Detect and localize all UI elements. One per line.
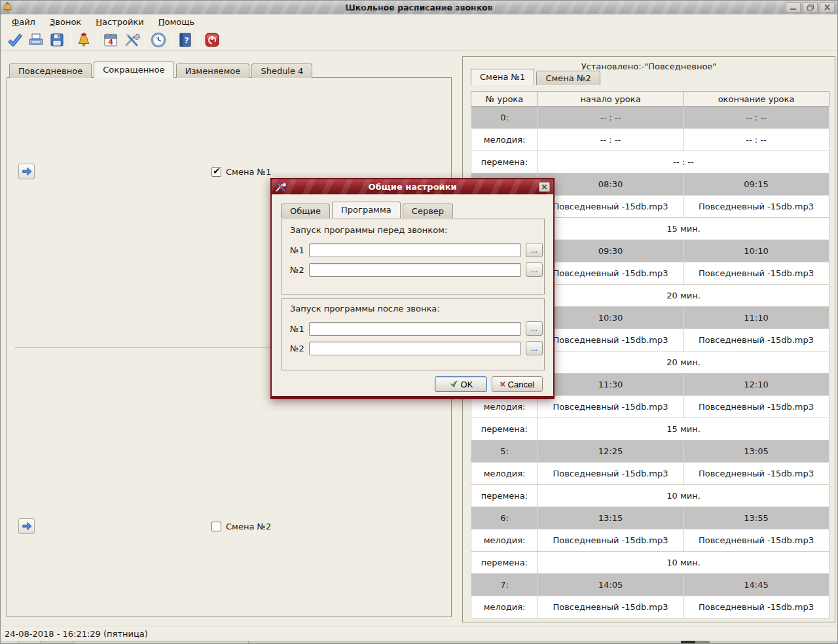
break-label-cell: перемена: bbox=[471, 151, 538, 173]
break-time-cell[interactable]: 15 мин. bbox=[538, 418, 829, 440]
break-time-cell[interactable]: 10 мин. bbox=[538, 552, 829, 574]
browse-before1-button[interactable]: ... bbox=[526, 243, 543, 257]
tab-everyday[interactable]: Повседневное bbox=[9, 63, 92, 78]
save-button[interactable] bbox=[46, 30, 67, 50]
tab-changeable[interactable]: Изменяемое bbox=[176, 63, 250, 78]
lesson-start-cell[interactable]: -- : -- bbox=[538, 107, 683, 129]
apply-check-icon bbox=[7, 31, 24, 48]
table-header-row: № урока начало урока окончание урока bbox=[471, 92, 829, 107]
melody-end-cell[interactable]: Повседневный -15db.mp3 bbox=[683, 396, 829, 418]
lesson-end-cell[interactable]: 12:10 bbox=[683, 374, 829, 396]
field2-label: №2 bbox=[290, 265, 304, 275]
dialog-tab-server[interactable]: Сервер bbox=[403, 204, 453, 218]
calendar-button[interactable]: 4 bbox=[100, 30, 121, 50]
lesson-start-cell[interactable]: 11:30 bbox=[538, 374, 683, 396]
after-bell-program2-input[interactable] bbox=[309, 342, 521, 355]
lesson-start-cell[interactable]: 09:30 bbox=[538, 240, 683, 262]
dialog-tab-general[interactable]: Общие bbox=[281, 204, 330, 218]
melody-start-cell[interactable]: Повседневный -15db.mp3 bbox=[538, 196, 683, 218]
break-time-cell[interactable]: 10 мин. bbox=[538, 485, 829, 507]
shift1-checkbox[interactable] bbox=[211, 167, 221, 177]
browse-after2-button[interactable]: ... bbox=[526, 341, 543, 355]
lesson-end-cell[interactable]: 11:10 bbox=[683, 307, 829, 329]
lesson-end-cell[interactable]: 13:05 bbox=[683, 440, 829, 463]
menu-bell[interactable]: Звонок bbox=[44, 16, 87, 28]
lesson-start-cell[interactable]: 14:05 bbox=[538, 574, 683, 596]
break-time-cell[interactable]: 20 мин. bbox=[538, 351, 829, 374]
browse-before2-button[interactable]: ... bbox=[526, 262, 543, 277]
melody-row: мелодия: -- : -- -- : -- bbox=[471, 129, 829, 151]
minimize-button[interactable] bbox=[786, 2, 801, 12]
ok-check-icon bbox=[449, 380, 458, 389]
melody-row: мелодия: Повседневный -15db.mp3 Повседне… bbox=[471, 596, 829, 618]
apply-button[interactable] bbox=[5, 30, 26, 50]
break-label-cell: перемена: bbox=[471, 552, 538, 574]
lesson-end-cell[interactable]: 13:55 bbox=[683, 507, 829, 529]
apply-shift1-arrow-button[interactable] bbox=[18, 164, 35, 179]
apply-shift2-arrow-button[interactable] bbox=[18, 518, 35, 534]
break-time-cell[interactable]: 15 мин. bbox=[538, 218, 829, 240]
help-button[interactable]: ? bbox=[175, 30, 196, 50]
lesson-start-cell[interactable]: 08:30 bbox=[538, 173, 683, 196]
melody-start-cell[interactable]: Повседневный -15db.mp3 bbox=[538, 396, 683, 418]
power-button[interactable] bbox=[202, 30, 223, 50]
col-lesson-number: № урока bbox=[471, 92, 538, 107]
bell-button[interactable] bbox=[73, 30, 94, 50]
lesson-start-cell[interactable]: 10:30 bbox=[538, 307, 683, 329]
melody-start-cell[interactable]: Повседневный -15db.mp3 bbox=[538, 329, 683, 351]
maximize-button[interactable] bbox=[803, 2, 818, 12]
toolbar-separator bbox=[145, 32, 145, 48]
melody-end-cell[interactable]: Повседневный -15db.mp3 bbox=[683, 262, 829, 285]
tab-shift2[interactable]: Смена №2 bbox=[536, 71, 600, 85]
melody-start-cell[interactable]: Повседневный -15db.mp3 bbox=[538, 596, 683, 618]
before-bell-program2-input[interactable] bbox=[309, 263, 521, 277]
dialog-close-button[interactable] bbox=[539, 182, 550, 192]
print-button[interactable] bbox=[26, 30, 46, 50]
melody-end-cell[interactable]: Повседневный -15db.mp3 bbox=[683, 196, 829, 218]
after-bell-label: Запуск программы после звонка: bbox=[290, 304, 440, 313]
lesson-end-cell[interactable]: 09:15 bbox=[683, 173, 829, 196]
ok-button[interactable]: OK bbox=[435, 376, 487, 392]
tab-shedule4[interactable]: Shedule 4 bbox=[251, 63, 312, 78]
clock-button[interactable] bbox=[148, 30, 169, 50]
melody-start-cell[interactable]: Повседневный -15db.mp3 bbox=[538, 529, 683, 552]
browse-after1-button[interactable]: ... bbox=[526, 321, 543, 336]
window-titlebar: Школьное расписание звонков bbox=[0, 0, 838, 14]
break-time-cell[interactable]: 20 мин. bbox=[538, 285, 829, 307]
melody-start-cell[interactable]: Повседневный -15db.mp3 bbox=[538, 463, 683, 485]
toolbar-separator bbox=[70, 32, 71, 48]
col-lesson-end: окончание урока bbox=[683, 92, 829, 107]
melody-label-cell: мелодия: bbox=[471, 529, 538, 552]
close-button[interactable] bbox=[820, 2, 835, 12]
after-bell-program1-input[interactable] bbox=[309, 322, 521, 336]
right-arrow-icon bbox=[21, 521, 33, 531]
melody-end-cell[interactable]: Повседневный -15db.mp3 bbox=[683, 596, 829, 618]
melody-end-cell[interactable]: -- : -- bbox=[683, 129, 829, 151]
lesson-start-cell[interactable]: 13:15 bbox=[538, 507, 683, 529]
melody-end-cell[interactable]: Повседневный -15db.mp3 bbox=[683, 463, 829, 485]
menu-file[interactable]: Файл bbox=[6, 16, 41, 28]
lesson-end-cell[interactable]: 14:45 bbox=[683, 574, 829, 596]
melody-end-cell[interactable]: Повседневный -15db.mp3 bbox=[683, 529, 829, 552]
melody-end-cell[interactable]: Повседневный -15db.mp3 bbox=[683, 329, 829, 351]
melody-start-cell[interactable]: Повседневный -15db.mp3 bbox=[538, 262, 683, 285]
right-arrow-icon bbox=[21, 166, 33, 177]
tab-shift1[interactable]: Смена №1 bbox=[471, 69, 534, 85]
melody-start-cell[interactable]: -- : -- bbox=[538, 129, 683, 151]
dialog-title: Общие настройки bbox=[272, 182, 553, 192]
help-book-icon: ? bbox=[177, 31, 194, 48]
shift2-checkbox[interactable] bbox=[211, 522, 221, 531]
print-icon bbox=[27, 31, 45, 48]
tools-button[interactable] bbox=[121, 30, 142, 50]
lesson-end-cell[interactable]: -- : -- bbox=[683, 107, 829, 129]
menu-settings[interactable]: Настройки bbox=[90, 16, 149, 28]
menu-help[interactable]: Помощь bbox=[153, 16, 200, 28]
lesson-start-cell[interactable]: 12:25 bbox=[538, 440, 683, 463]
lesson-end-cell[interactable]: 10:10 bbox=[683, 240, 829, 262]
cancel-button[interactable]: Cancel bbox=[492, 376, 543, 392]
melody-row: мелодия: Повседневный -15db.mp3 Повседне… bbox=[471, 463, 829, 485]
before-bell-program1-input[interactable] bbox=[309, 243, 521, 257]
tab-shortened[interactable]: Сокращенное bbox=[94, 62, 173, 78]
break-time-cell[interactable]: -- : -- bbox=[538, 151, 829, 173]
dialog-tab-program[interactable]: Программа bbox=[332, 202, 401, 218]
